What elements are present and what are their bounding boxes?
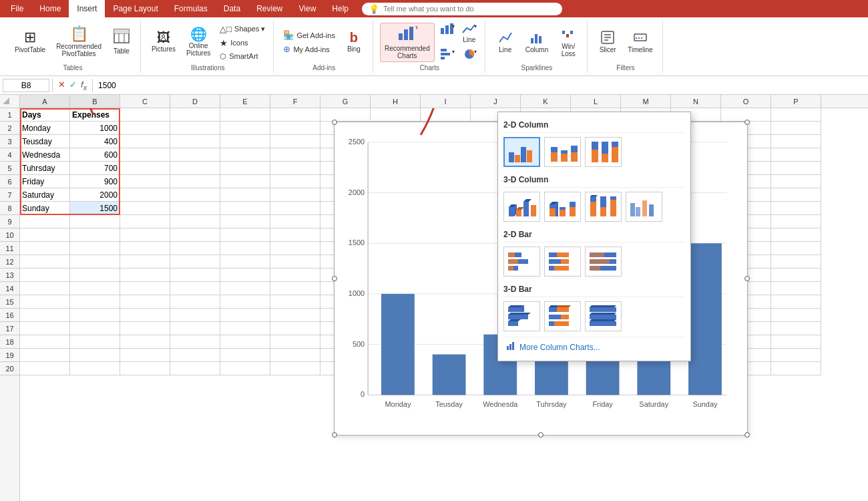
cell-c1[interactable] bbox=[120, 108, 170, 122]
chart-icon-2d-bar-2[interactable] bbox=[544, 246, 581, 277]
resize-handle-tl[interactable] bbox=[332, 120, 337, 125]
col-header-k[interactable]: K bbox=[521, 95, 571, 108]
chart-icon-3d-col-3[interactable] bbox=[585, 192, 622, 222]
resize-handle-br[interactable] bbox=[744, 432, 750, 438]
chart-icon-3d-bar-2[interactable] bbox=[544, 301, 581, 331]
bing-maps-button[interactable]: b Bing bbox=[341, 29, 367, 55]
cell-f1[interactable] bbox=[270, 108, 320, 122]
confirm-formula-icon[interactable]: ✓ bbox=[69, 79, 77, 92]
recommended-pivottables-button[interactable]: 📋 RecommendedPivotTables bbox=[52, 25, 105, 59]
shapes-button[interactable]: △□ Shapes ▾ bbox=[217, 23, 268, 35]
cell-d1[interactable] bbox=[170, 108, 220, 122]
cell-g1[interactable] bbox=[320, 108, 371, 122]
col-header-l[interactable]: L bbox=[571, 95, 621, 108]
chart-icon-100-stacked-col[interactable] bbox=[585, 137, 622, 167]
col-header-g[interactable]: G bbox=[320, 95, 371, 108]
row-num-1[interactable]: 1 bbox=[0, 108, 19, 122]
chart-icon-2d-bar-1[interactable] bbox=[503, 246, 540, 277]
col-header-n[interactable]: N bbox=[671, 95, 721, 108]
resize-handle-bl[interactable] bbox=[332, 432, 337, 438]
timeline-button[interactable]: Timeline bbox=[624, 28, 656, 56]
col-header-i[interactable]: I bbox=[421, 95, 471, 108]
row-num-20[interactable]: 20 bbox=[0, 362, 19, 375]
row-num-9[interactable]: 9 bbox=[0, 215, 19, 228]
table-button[interactable]: Table bbox=[108, 27, 135, 57]
row-num-13[interactable]: 13 bbox=[0, 269, 19, 282]
chart-icon-3d-col-4[interactable] bbox=[626, 192, 662, 222]
insert-function-icon[interactable]: fx bbox=[81, 79, 87, 92]
cell-a8[interactable]: Sunday bbox=[20, 202, 70, 215]
cell-b4[interactable]: 600 bbox=[70, 148, 120, 162]
resize-handle-ml[interactable] bbox=[332, 276, 337, 281]
pie-chart-button[interactable]: ▾ bbox=[459, 47, 479, 63]
resize-handle-mr[interactable] bbox=[744, 276, 750, 281]
chart-icon-clustered-col[interactable] bbox=[503, 137, 540, 167]
cell-a1[interactable]: Days bbox=[20, 108, 70, 122]
more-column-charts-button[interactable]: More Column Charts... bbox=[503, 337, 685, 355]
chart-icon-3d-bar-1[interactable] bbox=[503, 301, 540, 331]
column-sparkline-button[interactable]: Column bbox=[521, 28, 552, 56]
row-num-15[interactable]: 15 bbox=[0, 295, 19, 309]
row-num-3[interactable]: 3 bbox=[0, 135, 19, 148]
formula-input[interactable] bbox=[95, 79, 865, 92]
row-num-8[interactable]: 8 bbox=[0, 202, 19, 215]
cell-b7[interactable]: 2000 bbox=[70, 188, 120, 202]
recommended-charts-button[interactable]: ★ RecommendedCharts bbox=[380, 23, 435, 62]
cell-e1[interactable] bbox=[220, 108, 270, 122]
pivot-table-button[interactable]: ⊞ PivotTable bbox=[11, 28, 49, 56]
row-num-4[interactable]: 4 bbox=[0, 148, 19, 162]
row-num-5[interactable]: 5 bbox=[0, 162, 19, 175]
cancel-formula-icon[interactable]: ✕ bbox=[58, 79, 65, 92]
row-num-16[interactable]: 16 bbox=[0, 309, 19, 322]
slicer-button[interactable]: Slicer bbox=[594, 28, 621, 56]
cell-a3[interactable]: Teusday bbox=[20, 135, 70, 148]
row-num-11[interactable]: 11 bbox=[0, 242, 19, 255]
online-pictures-button[interactable]: 🌐 OnlinePictures bbox=[182, 25, 214, 59]
tab-help[interactable]: Help bbox=[324, 0, 357, 17]
row-num-12[interactable]: 12 bbox=[0, 255, 19, 269]
tab-insert[interactable]: Insert bbox=[69, 0, 105, 17]
tab-page-layout[interactable]: Page Layout bbox=[105, 0, 166, 17]
cell-c2[interactable] bbox=[120, 122, 170, 135]
col-header-o[interactable]: O bbox=[721, 95, 771, 108]
tab-view[interactable]: View bbox=[291, 0, 324, 17]
cell-a6[interactable]: Friday bbox=[20, 175, 70, 188]
tab-file[interactable]: File bbox=[3, 0, 31, 17]
col-header-j[interactable]: J bbox=[471, 95, 521, 108]
win-loss-button[interactable]: Win/Loss bbox=[555, 25, 582, 59]
cell-b5[interactable]: 700 bbox=[70, 162, 120, 175]
cell-a7[interactable]: Saturday bbox=[20, 188, 70, 202]
col-chart-button[interactable]: ▾ bbox=[437, 21, 457, 45]
row-num-19[interactable]: 19 bbox=[0, 349, 19, 362]
get-addins-button[interactable]: 🏪 Get Add-ins bbox=[280, 29, 337, 41]
cell-b8[interactable]: 1500 bbox=[70, 202, 120, 215]
chart-icon-3d-col-2[interactable] bbox=[544, 192, 581, 222]
cell-reference[interactable] bbox=[3, 79, 49, 92]
row-num-7[interactable]: 7 bbox=[0, 188, 19, 202]
my-addins-button[interactable]: ⊕ My Add-ins bbox=[280, 43, 337, 55]
col-header-m[interactable]: M bbox=[621, 95, 671, 108]
chart-icon-3d-col-1[interactable] bbox=[503, 192, 540, 222]
tab-data[interactable]: Data bbox=[216, 0, 248, 17]
cell-a4[interactable]: Wednesda bbox=[20, 148, 70, 162]
row-num-10[interactable]: 10 bbox=[0, 228, 19, 242]
resize-handle-tr[interactable] bbox=[744, 120, 750, 125]
row-num-2[interactable]: 2 bbox=[0, 122, 19, 135]
search-input[interactable] bbox=[383, 5, 517, 13]
col-header-a[interactable]: A bbox=[20, 95, 70, 108]
row-num-18[interactable]: 18 bbox=[0, 335, 19, 349]
col-header-h[interactable]: H bbox=[371, 95, 421, 108]
row-num-14[interactable]: 14 bbox=[0, 282, 19, 295]
tab-home[interactable]: Home bbox=[31, 0, 69, 17]
col-header-b[interactable]: B bbox=[70, 95, 120, 108]
cell-b3[interactable]: 400 bbox=[70, 135, 120, 148]
col-header-f[interactable]: F bbox=[270, 95, 320, 108]
cell-a5[interactable]: Tuhrsday bbox=[20, 162, 70, 175]
pictures-button[interactable]: 🖼 Pictures bbox=[148, 29, 180, 55]
cell-a2[interactable]: Monday bbox=[20, 122, 70, 135]
tab-formulas[interactable]: Formulas bbox=[166, 0, 216, 17]
bar-chart-button[interactable]: ▾ bbox=[437, 47, 457, 63]
col-header-e[interactable]: E bbox=[220, 95, 270, 108]
cell-b1[interactable]: Expenses bbox=[70, 108, 120, 122]
line-chart-button[interactable]: ▾ Line bbox=[459, 21, 479, 45]
